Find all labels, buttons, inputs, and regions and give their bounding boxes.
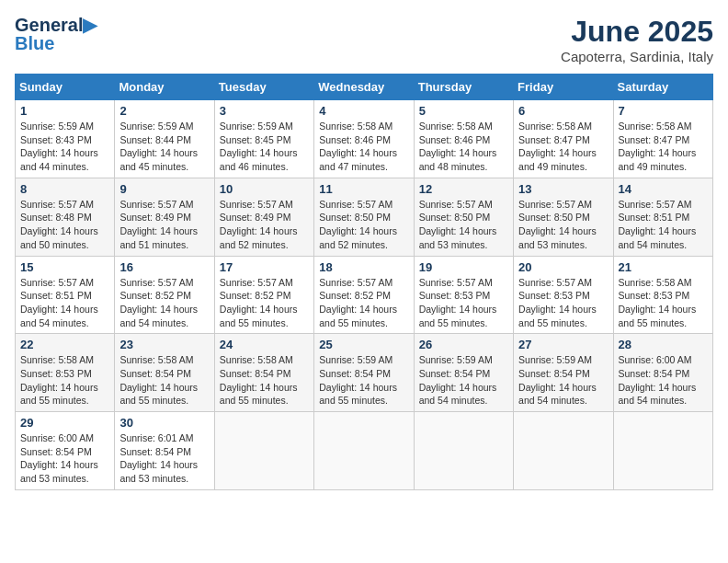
- day-number: 21: [619, 260, 708, 274]
- day-2: 2Sunrise: 5:59 AM Sunset: 8:44 PM Daylig…: [115, 100, 214, 178]
- day-info: Sunrise: 5:58 AM Sunset: 8:53 PM Dayligh…: [619, 276, 708, 330]
- day-info: Sunrise: 5:57 AM Sunset: 8:50 PM Dayligh…: [518, 198, 608, 252]
- day-number: 28: [619, 338, 708, 351]
- day-info: Sunrise: 5:57 AM Sunset: 8:50 PM Dayligh…: [319, 198, 408, 252]
- day-info: Sunrise: 5:57 AM Sunset: 8:50 PM Dayligh…: [419, 198, 508, 252]
- day-cell-20: 20Sunrise: 5:57 AM Sunset: 8:53 PM Dayli…: [514, 256, 613, 334]
- day-number: 23: [119, 338, 209, 351]
- day-info: Sunrise: 5:57 AM Sunset: 8:49 PM Dayligh…: [220, 198, 309, 252]
- col-saturday: Saturday: [613, 75, 712, 100]
- title-block: June 2025 Capoterra, Sardinia, Italy: [561, 15, 713, 64]
- day-info: Sunrise: 5:58 AM Sunset: 8:47 PM Dayligh…: [518, 120, 608, 174]
- day-number: 27: [518, 338, 608, 351]
- col-wednesday: Wednesday: [314, 75, 414, 100]
- week-row-0: 1Sunrise: 5:59 AM Sunset: 8:43 PM Daylig…: [16, 100, 713, 178]
- day-cell-empty: [314, 412, 414, 490]
- day-cell-25: 25Sunrise: 5:59 AM Sunset: 8:54 PM Dayli…: [314, 334, 414, 412]
- day-info: Sunrise: 5:57 AM Sunset: 8:52 PM Dayligh…: [319, 276, 408, 330]
- day-info: Sunrise: 5:57 AM Sunset: 8:52 PM Dayligh…: [119, 276, 209, 330]
- day-number: 16: [119, 260, 209, 274]
- day-number: 11: [319, 182, 408, 196]
- day-number: 22: [20, 338, 109, 351]
- day-number: 26: [419, 338, 508, 351]
- day-number: 15: [20, 260, 109, 274]
- day-number: 10: [220, 182, 309, 196]
- day-number: 9: [119, 182, 209, 196]
- day-info: Sunrise: 6:01 AM Sunset: 8:54 PM Dayligh…: [119, 431, 209, 486]
- day-info: Sunrise: 5:58 AM Sunset: 8:46 PM Dayligh…: [419, 120, 508, 174]
- day-cell-15: 15Sunrise: 5:57 AM Sunset: 8:51 PM Dayli…: [16, 256, 115, 334]
- day-number: 30: [119, 416, 209, 430]
- day-info: Sunrise: 5:59 AM Sunset: 8:44 PM Dayligh…: [119, 120, 209, 174]
- day-number: 13: [518, 182, 608, 196]
- day-cell-30: 30Sunrise: 6:01 AM Sunset: 8:54 PM Dayli…: [115, 412, 214, 490]
- day-cell-9: 9Sunrise: 5:57 AM Sunset: 8:49 PM Daylig…: [115, 178, 214, 256]
- col-friday: Friday: [514, 75, 613, 100]
- day-info: Sunrise: 5:58 AM Sunset: 8:54 PM Dayligh…: [119, 353, 209, 408]
- month-title: June 2025: [561, 15, 713, 49]
- day-info: Sunrise: 5:57 AM Sunset: 8:53 PM Dayligh…: [518, 276, 608, 330]
- day-number: 12: [419, 182, 508, 196]
- day-number: 5: [419, 104, 508, 118]
- day-cell-8: 8Sunrise: 5:57 AM Sunset: 8:48 PM Daylig…: [16, 178, 115, 256]
- week-row-1: 8Sunrise: 5:57 AM Sunset: 8:48 PM Daylig…: [16, 178, 713, 256]
- day-number: 1: [20, 104, 109, 118]
- col-thursday: Thursday: [414, 75, 513, 100]
- location: Capoterra, Sardinia, Italy: [561, 49, 713, 64]
- day-cell-18: 18Sunrise: 5:57 AM Sunset: 8:52 PM Dayli…: [314, 256, 414, 334]
- day-cell-28: 28Sunrise: 6:00 AM Sunset: 8:54 PM Dayli…: [613, 334, 712, 412]
- day-cell-23: 23Sunrise: 5:58 AM Sunset: 8:54 PM Dayli…: [115, 334, 214, 412]
- day-cell-17: 17Sunrise: 5:57 AM Sunset: 8:52 PM Dayli…: [214, 256, 313, 334]
- header-row: Sunday Monday Tuesday Wednesday Thursday…: [16, 75, 713, 100]
- day-cell-empty: [214, 412, 313, 490]
- logo-line2: Blue: [15, 33, 54, 53]
- day-cell-29: 29Sunrise: 6:00 AM Sunset: 8:54 PM Dayli…: [16, 412, 115, 490]
- day-cell-16: 16Sunrise: 5:57 AM Sunset: 8:52 PM Dayli…: [115, 256, 214, 334]
- day-cell-21: 21Sunrise: 5:58 AM Sunset: 8:53 PM Dayli…: [613, 256, 712, 334]
- day-info: Sunrise: 5:58 AM Sunset: 8:54 PM Dayligh…: [220, 353, 309, 408]
- day-info: Sunrise: 5:59 AM Sunset: 8:45 PM Dayligh…: [220, 120, 309, 174]
- day-cell-19: 19Sunrise: 5:57 AM Sunset: 8:53 PM Dayli…: [414, 256, 513, 334]
- logo: General▶ Blue: [15, 15, 97, 53]
- week-row-2: 15Sunrise: 5:57 AM Sunset: 8:51 PM Dayli…: [16, 256, 713, 334]
- day-info: Sunrise: 5:57 AM Sunset: 8:53 PM Dayligh…: [419, 276, 508, 330]
- day-7: 7Sunrise: 5:58 AM Sunset: 8:47 PM Daylig…: [613, 100, 712, 178]
- day-info: Sunrise: 5:57 AM Sunset: 8:51 PM Dayligh…: [619, 198, 708, 252]
- day-6: 6Sunrise: 5:58 AM Sunset: 8:47 PM Daylig…: [514, 100, 613, 178]
- day-cell-12: 12Sunrise: 5:57 AM Sunset: 8:50 PM Dayli…: [414, 178, 513, 256]
- day-info: Sunrise: 5:59 AM Sunset: 8:54 PM Dayligh…: [518, 353, 608, 408]
- day-number: 14: [619, 182, 708, 196]
- day-number: 7: [619, 104, 708, 118]
- day-cell-13: 13Sunrise: 5:57 AM Sunset: 8:50 PM Dayli…: [514, 178, 613, 256]
- col-sunday: Sunday: [16, 75, 115, 100]
- day-number: 29: [20, 416, 109, 430]
- day-1: 1Sunrise: 5:59 AM Sunset: 8:43 PM Daylig…: [16, 100, 115, 178]
- week-row-3: 22Sunrise: 5:58 AM Sunset: 8:53 PM Dayli…: [16, 334, 713, 412]
- day-4: 4Sunrise: 5:58 AM Sunset: 8:46 PM Daylig…: [314, 100, 414, 178]
- col-tuesday: Tuesday: [214, 75, 313, 100]
- day-number: 24: [220, 338, 309, 351]
- day-info: Sunrise: 5:59 AM Sunset: 8:54 PM Dayligh…: [419, 353, 508, 408]
- day-number: 3: [220, 104, 309, 118]
- col-monday: Monday: [115, 75, 214, 100]
- day-info: Sunrise: 5:58 AM Sunset: 8:46 PM Dayligh…: [319, 120, 408, 174]
- day-info: Sunrise: 5:58 AM Sunset: 8:53 PM Dayligh…: [20, 353, 109, 408]
- logo-line1: General▶: [15, 15, 97, 35]
- day-info: Sunrise: 6:00 AM Sunset: 8:54 PM Dayligh…: [619, 353, 708, 408]
- day-info: Sunrise: 5:57 AM Sunset: 8:51 PM Dayligh…: [20, 276, 109, 330]
- day-number: 20: [518, 260, 608, 274]
- day-number: 8: [20, 182, 109, 196]
- day-cell-14: 14Sunrise: 5:57 AM Sunset: 8:51 PM Dayli…: [613, 178, 712, 256]
- day-cell-10: 10Sunrise: 5:57 AM Sunset: 8:49 PM Dayli…: [214, 178, 313, 256]
- page-header: General▶ Blue June 2025 Capoterra, Sardi…: [15, 15, 713, 64]
- day-number: 6: [518, 104, 608, 118]
- day-cell-26: 26Sunrise: 5:59 AM Sunset: 8:54 PM Dayli…: [414, 334, 513, 412]
- day-info: Sunrise: 5:59 AM Sunset: 8:54 PM Dayligh…: [319, 353, 408, 408]
- day-cell-11: 11Sunrise: 5:57 AM Sunset: 8:50 PM Dayli…: [314, 178, 414, 256]
- day-info: Sunrise: 5:57 AM Sunset: 8:49 PM Dayligh…: [119, 198, 209, 252]
- day-number: 18: [319, 260, 408, 274]
- day-cell-empty: [414, 412, 513, 490]
- day-number: 17: [220, 260, 309, 274]
- day-number: 25: [319, 338, 408, 351]
- day-cell-empty: [514, 412, 613, 490]
